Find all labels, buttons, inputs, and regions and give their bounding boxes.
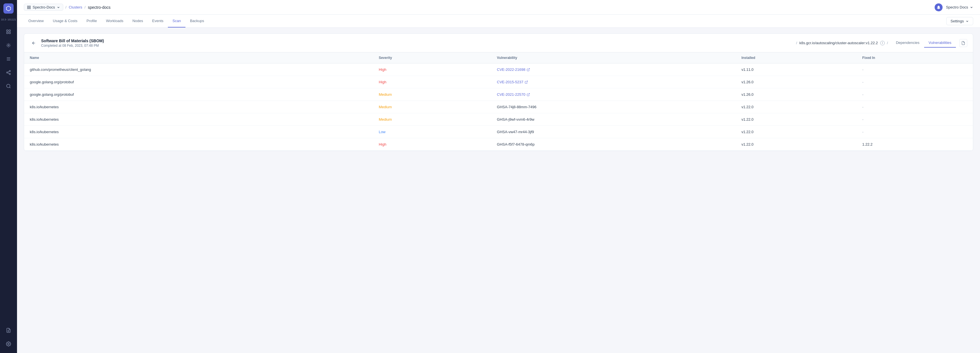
- registry-icon: [6, 84, 11, 89]
- export-icon: [961, 41, 965, 45]
- back-button[interactable]: [30, 39, 38, 47]
- back-arrow-icon: [32, 41, 36, 45]
- cell-severity: Medium: [373, 101, 492, 113]
- table: Name Severity Vulnerability Installed Fi…: [24, 52, 973, 151]
- svg-point-6: [6, 72, 8, 73]
- external-link-icon: [527, 93, 530, 96]
- svg-point-10: [6, 84, 10, 87]
- tab-profile[interactable]: Profile: [82, 15, 102, 27]
- cell-vulnerability[interactable]: CVE-2021-22570: [491, 89, 735, 101]
- cell-name: k8s.io/kubernetes: [24, 126, 373, 138]
- app-logo[interactable]: [3, 3, 14, 14]
- svg-line-22: [528, 93, 530, 95]
- user-menu-chevron: [970, 6, 973, 9]
- notification-icon[interactable]: [935, 3, 943, 11]
- tab-overview[interactable]: Overview: [24, 15, 48, 27]
- sbom-tab-dependencies[interactable]: Dependencies: [891, 38, 924, 47]
- col-fixed-in: Fixed In: [857, 52, 973, 63]
- svg-line-20: [528, 68, 530, 70]
- table-row: github.com/prometheus/client_golangHighC…: [24, 63, 973, 76]
- app-selector[interactable]: Spectro-Docs: [24, 4, 63, 11]
- external-link-icon: [525, 81, 528, 84]
- dashboard-icon: [6, 29, 11, 34]
- cell-installed: v1.26.0: [736, 89, 857, 101]
- col-vulnerability: Vulnerability: [491, 52, 735, 63]
- cell-fixed-in: -: [857, 126, 973, 138]
- tab-events[interactable]: Events: [148, 15, 168, 27]
- settings-icon: [6, 341, 11, 347]
- settings-button[interactable]: Settings: [946, 17, 973, 25]
- app-selector-icon: [27, 5, 31, 9]
- sidebar-item-apps[interactable]: [3, 53, 14, 65]
- user-menu[interactable]: Spectro Docs: [946, 5, 973, 9]
- svg-line-9: [8, 71, 9, 72]
- content-area: Software Bill of Materials (SBOM) Comple…: [17, 28, 980, 353]
- cell-vulnerability[interactable]: CVE-2015-5237: [491, 76, 735, 89]
- breadcrumb-separator-2: /: [84, 5, 86, 9]
- table-row: google.golang.org/protobufMediumCVE-2021…: [24, 89, 973, 101]
- table-header-row: Name Severity Vulnerability Installed Fi…: [24, 52, 973, 63]
- connections-icon: [6, 70, 11, 75]
- sidebar-item-clusters[interactable]: [3, 40, 14, 51]
- svg-rect-15: [27, 6, 29, 7]
- apps-icon: [6, 56, 11, 62]
- info-icon[interactable]: i: [880, 41, 885, 45]
- table-row: k8s.io/kubernetesMediumGHSA-j9wf-vvm6-4r…: [24, 113, 973, 126]
- breadcrumb-clusters[interactable]: Clusters: [68, 5, 82, 9]
- svg-rect-3: [9, 32, 11, 33]
- export-button[interactable]: [959, 39, 967, 47]
- cell-severity: Medium: [373, 89, 492, 101]
- col-installed: Installed: [736, 52, 857, 63]
- cell-vulnerability: GHSA-j9wf-vvm6-4r9w: [491, 113, 735, 126]
- cell-name: k8s.io/kubernetes: [24, 113, 373, 126]
- tab-usage-costs[interactable]: Usage & Costs: [48, 15, 82, 27]
- breadcrumb-separator: /: [65, 5, 67, 9]
- sidebar-item-audit[interactable]: [3, 325, 14, 336]
- table-row: k8s.io/kubernetesLowGHSA-vw47-mr44-3jf9v…: [24, 126, 973, 138]
- cell-installed: v1.22.0: [736, 101, 857, 113]
- col-name: Name: [24, 52, 373, 63]
- tab-scan[interactable]: Scan: [168, 15, 185, 27]
- sidebar-item-dashboard[interactable]: [3, 26, 14, 37]
- breadcrumb-current: spectro-docs: [88, 5, 111, 9]
- svg-rect-0: [6, 30, 8, 31]
- cell-vulnerability: GHSA-74j8-88mm-7496: [491, 101, 735, 113]
- sidebar-item-connections[interactable]: [3, 67, 14, 78]
- table-body: github.com/prometheus/client_golangHighC…: [24, 63, 973, 151]
- vuln-link[interactable]: CVE-2015-5237: [497, 80, 730, 84]
- sbom-path-section: / k8s.gcr.io/autoscaling/cluster-autosca…: [796, 41, 888, 45]
- vuln-link[interactable]: CVE-2021-22570: [497, 92, 730, 97]
- cell-vulnerability[interactable]: CVE-2022-21698: [491, 63, 735, 76]
- svg-point-7: [9, 73, 11, 75]
- tab-nodes[interactable]: Nodes: [128, 15, 148, 27]
- table-row: k8s.io/kubernetesMediumGHSA-74j8-88mm-74…: [24, 101, 973, 113]
- col-severity: Severity: [373, 52, 492, 63]
- sidebar-item-registry[interactable]: [3, 81, 14, 92]
- cell-installed: v1.11.0: [736, 63, 857, 76]
- cell-installed: v1.26.0: [736, 76, 857, 89]
- table-head: Name Severity Vulnerability Installed Fi…: [24, 52, 973, 63]
- sbom-tab-vulnerabilities[interactable]: Vulnerabilities: [924, 38, 956, 47]
- cell-severity: High: [373, 76, 492, 89]
- vulnerabilities-table: Name Severity Vulnerability Installed Fi…: [24, 52, 973, 151]
- svg-point-4: [8, 44, 10, 46]
- cell-name: k8s.io/kubernetes: [24, 138, 373, 151]
- cell-installed: v1.22.0: [736, 126, 857, 138]
- sbom-tabs: Dependencies Vulnerabilities: [891, 38, 956, 47]
- vuln-link[interactable]: CVE-2022-21698: [497, 67, 730, 72]
- sbom-title: Software Bill of Materials (SBOM): [41, 38, 792, 43]
- sbom-header: Software Bill of Materials (SBOM) Comple…: [24, 34, 973, 52]
- audit-icon: [6, 328, 11, 333]
- sbom-subtitle: Completed at 08 Feb, 2023, 07:48 PM: [41, 44, 792, 47]
- tab-backups[interactable]: Backups: [185, 15, 209, 27]
- sidebar-item-settings[interactable]: [3, 338, 14, 350]
- cell-fixed-in: 1.22.2: [857, 138, 973, 151]
- tab-workloads[interactable]: Workloads: [102, 15, 128, 27]
- cell-severity: Medium: [373, 113, 492, 126]
- app-name: Spectro-Docs: [33, 5, 55, 9]
- settings-chevron-icon: [966, 19, 969, 23]
- svg-rect-1: [9, 30, 11, 31]
- sbom-card: Software Bill of Materials (SBOM) Comple…: [24, 33, 973, 151]
- header-right: Spectro Docs: [935, 3, 973, 11]
- cell-fixed-in: -: [857, 101, 973, 113]
